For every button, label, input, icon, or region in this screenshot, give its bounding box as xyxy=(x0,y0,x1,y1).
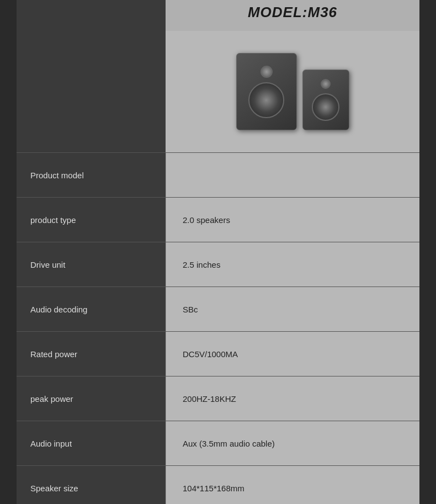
spec-label: product type xyxy=(30,215,76,225)
speaker-illustration xyxy=(236,53,349,130)
spec-label: Product model xyxy=(30,171,84,180)
spec-row: Product model xyxy=(17,152,419,197)
spec-label: Speaker size xyxy=(30,484,78,493)
spec-label-col: Audio input xyxy=(17,421,166,465)
header-row: MODEL:M36 xyxy=(17,0,419,31)
tweeter-driver-large xyxy=(260,66,273,78)
spec-label-col: peak power xyxy=(17,376,166,421)
speaker-unit-large xyxy=(236,53,297,130)
image-left-col xyxy=(17,31,166,152)
spec-row: Drive unit 2.5 inches xyxy=(17,242,419,287)
tweeter-driver-small xyxy=(321,79,331,89)
spec-label-col: Speaker size xyxy=(17,466,166,504)
spec-row: peak power 200HZ-18KHZ xyxy=(17,376,419,421)
spec-label-col: Audio decoding xyxy=(17,287,166,331)
spec-row: Speaker size 104*115*168mm xyxy=(17,465,419,504)
spec-label-col: Product model xyxy=(17,153,166,197)
spec-value-col: Aux (3.5mm audio cable) xyxy=(166,421,419,465)
product-spec-card: MODEL:M36 Product model xyxy=(17,0,419,504)
spec-value-col: DC5V/1000MA xyxy=(166,332,419,376)
spec-value: 2.5 inches xyxy=(183,260,220,269)
spec-label: peak power xyxy=(30,394,73,404)
spec-row: Audio decoding SBc xyxy=(17,287,419,331)
spec-value: 104*115*168mm xyxy=(183,484,244,493)
spec-label: Drive unit xyxy=(30,260,65,269)
spec-label-col: product type xyxy=(17,198,166,242)
header-right: MODEL:M36 xyxy=(166,0,419,31)
spec-label-col: Drive unit xyxy=(17,242,166,287)
woofer-driver-large xyxy=(248,82,284,118)
image-row xyxy=(17,31,419,152)
spec-label: Audio decoding xyxy=(30,305,87,314)
spec-value: 2.0 speakers xyxy=(183,215,230,225)
spec-label: Audio input xyxy=(30,439,72,448)
spec-rows-container: Product model product type 2.0 speakers … xyxy=(17,152,419,504)
spec-value: 200HZ-18KHZ xyxy=(183,394,236,404)
spec-value-col: 2.5 inches xyxy=(166,242,419,287)
spec-value-col: 104*115*168mm xyxy=(166,466,419,504)
spec-value-col: 2.0 speakers xyxy=(166,198,419,242)
woofer-driver-small xyxy=(312,93,339,121)
product-image-area xyxy=(166,31,419,152)
speaker-unit-small xyxy=(302,70,349,130)
spec-value-col xyxy=(166,153,419,197)
model-title: MODEL:M36 xyxy=(248,4,337,21)
spec-value: SBc xyxy=(183,305,198,314)
spec-row: Audio input Aux (3.5mm audio cable) xyxy=(17,421,419,465)
spec-value: DC5V/1000MA xyxy=(183,349,238,359)
spec-row: product type 2.0 speakers xyxy=(17,197,419,242)
spec-value-col: 200HZ-18KHZ xyxy=(166,376,419,421)
spec-label: Rated power xyxy=(30,349,77,359)
spec-value-col: SBc xyxy=(166,287,419,331)
spec-row: Rated power DC5V/1000MA xyxy=(17,331,419,376)
spec-label-col: Rated power xyxy=(17,332,166,376)
header-left xyxy=(17,0,166,31)
spec-value: Aux (3.5mm audio cable) xyxy=(183,439,275,448)
